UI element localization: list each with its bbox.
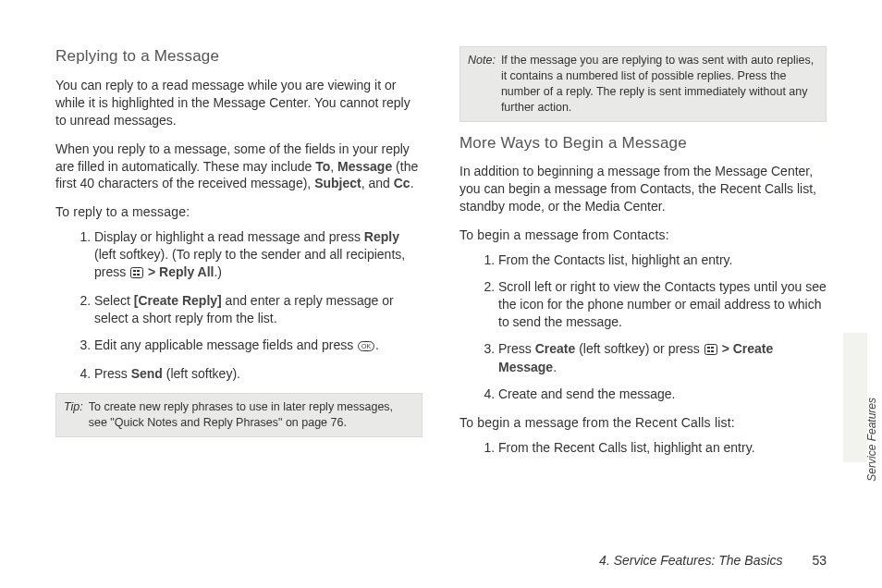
text: .) (214, 264, 222, 279)
list-item: Edit any applicable message fields and p… (94, 337, 423, 356)
svg-rect-0 (131, 267, 143, 277)
text: . (553, 360, 557, 374)
bold-subject: Subject (314, 176, 361, 190)
text: (left softkey) or press (575, 341, 703, 356)
footer-page-number: 53 (812, 553, 827, 568)
manual-page: Replying to a Message You can reply to a… (0, 0, 882, 588)
subheading-recent-calls: To begin a message from the Recent Calls… (459, 414, 827, 432)
list-item: From the Recent Calls list, highlight an… (498, 439, 827, 457)
svg-rect-9 (711, 347, 714, 349)
text: Press (498, 341, 535, 356)
bold-reply: Reply (364, 229, 399, 244)
svg-rect-3 (133, 274, 136, 276)
left-column: Replying to a Message You can reply to a… (55, 46, 423, 468)
section-heading-replying: Replying to a Message (55, 46, 423, 67)
ordered-list-contacts: From the Contacts list, highlight an ent… (459, 251, 827, 403)
text: Select (94, 293, 134, 308)
svg-rect-11 (711, 350, 714, 352)
subheading-reply: To reply to a message: (55, 203, 423, 221)
two-column-layout: Replying to a Message You can reply to a… (55, 46, 827, 468)
bold-reply-all: Reply All (159, 264, 214, 279)
text: Press (94, 366, 131, 381)
note-label: Note: (468, 53, 496, 116)
bold-send: Send (131, 366, 163, 381)
bold-to: To (315, 159, 330, 174)
svg-rect-2 (137, 270, 140, 272)
ok-key-icon: OK (358, 338, 374, 356)
tip-callout: Tip: To create new reply phrases to use … (55, 393, 423, 437)
note-callout: Note: If the message you are replying to… (459, 46, 827, 122)
right-column: Note: If the message you are replying to… (459, 46, 827, 468)
text: > (144, 264, 159, 279)
menu-key-icon (704, 342, 717, 360)
svg-rect-8 (707, 347, 710, 349)
svg-rect-4 (137, 274, 140, 276)
list-item: Scroll left or right to view the Contact… (498, 278, 827, 331)
section-heading-more-ways: More Ways to Begin a Message (459, 133, 827, 154)
footer-chapter: 4. Service Features: The Basics (599, 553, 782, 568)
svg-text:OK: OK (361, 343, 371, 349)
list-item: From the Contacts list, highlight an ent… (498, 251, 827, 269)
text: . (410, 176, 414, 190)
subheading-contacts: To begin a message from Contacts: (459, 227, 827, 244)
svg-rect-1 (133, 270, 136, 272)
list-item: Display or highlight a read message and … (94, 228, 423, 283)
bold-cc: Cc (394, 176, 410, 190)
menu-key-icon (130, 265, 143, 283)
text: Display or highlight a read message and … (94, 229, 364, 244)
bold-create-reply: [Create Reply] (134, 293, 222, 308)
note-body: If the message you are replying to was s… (501, 53, 818, 116)
text: (left softkey). (163, 366, 240, 381)
ordered-list-reply: Display or highlight a read message and … (55, 228, 423, 382)
list-item: Press Send (left softkey). (94, 365, 423, 383)
page-footer: 4. Service Features: The Basics 53 (599, 553, 827, 568)
bold-message: Message (337, 159, 392, 174)
list-item: Create and send the message. (498, 386, 827, 403)
thumb-tab-label: Service Features (865, 398, 878, 482)
thumb-tab (843, 333, 867, 462)
tip-label: Tip: (64, 399, 83, 431)
text: > (718, 341, 733, 356)
list-item: Select [Create Reply] and enter a reply … (94, 292, 423, 327)
bold-create: Create (535, 341, 576, 356)
text: . (375, 337, 379, 352)
svg-rect-7 (704, 344, 717, 354)
paragraph: In addition to beginning a message from … (459, 163, 827, 215)
paragraph: When you reply to a message, some of the… (55, 141, 423, 193)
text: , (330, 159, 337, 174)
tip-body: To create new reply phrases to use in la… (89, 399, 414, 431)
paragraph: You can reply to a read message while yo… (55, 77, 423, 129)
ordered-list-recent-calls: From the Recent Calls list, highlight an… (459, 439, 827, 457)
list-item: Press Create (left softkey) or press > C… (498, 340, 827, 377)
svg-rect-10 (707, 350, 710, 352)
text: Edit any applicable message fields and p… (94, 337, 357, 352)
text: , and (361, 176, 394, 190)
